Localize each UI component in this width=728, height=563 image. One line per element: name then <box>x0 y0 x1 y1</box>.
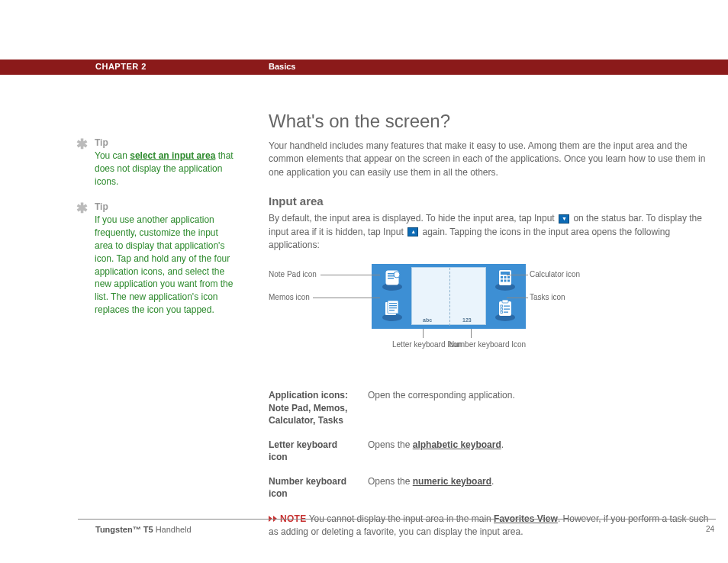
footer-product-rest: Handheld <box>153 525 192 534</box>
input-area-box: abc 123 <box>372 264 526 329</box>
main-content: What's on the screen? Your handheld incl… <box>269 111 715 539</box>
svg-rect-4 <box>388 278 394 279</box>
note-row: NOTE You cannot display the input area i… <box>269 513 715 539</box>
tip-block: ✱ Tip If you use another application fre… <box>76 201 238 316</box>
svg-rect-17 <box>501 276 503 278</box>
tip-text-pre: You can <box>95 150 130 161</box>
callout-tasks: Tasks icon <box>530 293 565 301</box>
callout-letter-kb: Letter keyboard Icon <box>392 340 453 349</box>
svg-rect-29 <box>504 309 510 310</box>
def-term: Number keyboard icon <box>269 475 368 500</box>
tip-label: Tip <box>95 201 238 212</box>
definition-row: Letter keyboard icon Opens the alphabeti… <box>269 439 715 463</box>
svg-point-5 <box>394 272 400 278</box>
def-desc: Open the corresponding application. <box>368 389 715 426</box>
svg-rect-9 <box>388 301 398 314</box>
input-toggle-up-icon <box>407 227 418 236</box>
callout-line <box>507 275 528 275</box>
text-fragment: Opens the <box>368 476 413 487</box>
section-label: Basics <box>269 62 295 71</box>
callout-line <box>321 275 380 275</box>
svg-rect-27 <box>504 306 510 307</box>
svg-rect-10 <box>389 303 397 304</box>
chapter-header-bar: CHAPTER 2 Basics <box>0 60 728 75</box>
writing-divider <box>449 268 450 326</box>
section-subtitle: Input area <box>269 195 715 208</box>
svg-rect-12 <box>389 307 397 308</box>
svg-rect-21 <box>504 280 507 282</box>
tip-text: You can select an input area that does n… <box>95 150 238 188</box>
footer-product: Tungsten™ T5 Handheld <box>95 525 192 534</box>
link-alphabetic-keyboard[interactable]: alphabetic keyboard <box>413 439 501 450</box>
def-term: Application icons: Note Pad, Memos, Calc… <box>269 389 368 426</box>
callout-line <box>471 329 472 338</box>
callout-notepad: Note Pad icon <box>269 270 317 278</box>
callout-memos: Memos icon <box>269 293 310 301</box>
definition-row: Number keyboard icon Opens the numeric k… <box>269 475 715 500</box>
notepad-icon <box>381 269 404 291</box>
page-title: What's on the screen? <box>269 111 715 132</box>
text-fragment: . <box>491 476 494 487</box>
footer-page-number: 24 <box>706 525 714 533</box>
svg-rect-11 <box>389 305 397 306</box>
input-area-diagram: abc 123 Note Pad icon Memos icon Calcula… <box>269 264 696 371</box>
input-area-paragraph: By default, the input area is displayed.… <box>269 212 715 252</box>
svg-line-6 <box>399 277 401 279</box>
tasks-icon <box>494 299 517 322</box>
def-desc: Opens the numeric keyboard. <box>368 475 715 500</box>
tip-link-select-input-area[interactable]: select an input area <box>130 150 215 161</box>
text-fragment: . <box>501 439 504 450</box>
callout-line <box>423 329 424 338</box>
callout-calculator: Calculator icon <box>530 270 580 278</box>
svg-rect-25 <box>502 300 508 303</box>
definition-row: Application icons: Note Pad, Memos, Calc… <box>269 389 715 426</box>
num-label: 123 <box>462 317 472 323</box>
callout-number-kb: Number keyboard Icon <box>449 340 525 349</box>
link-numeric-keyboard[interactable]: numeric keyboard <box>413 476 491 487</box>
abc-label: abc <box>423 317 432 323</box>
text-fragment: Opens the <box>368 439 413 450</box>
svg-rect-20 <box>501 280 503 282</box>
input-toggle-down-icon <box>559 214 569 224</box>
callout-line <box>507 298 528 298</box>
calculator-icon <box>494 269 517 291</box>
svg-rect-13 <box>389 310 395 310</box>
tip-block: ✱ Tip You can select an input area that … <box>76 137 238 188</box>
writing-area: abc 123 <box>411 267 486 325</box>
svg-rect-22 <box>507 280 510 282</box>
svg-rect-18 <box>504 276 507 278</box>
asterisk-icon: ✱ <box>76 136 88 153</box>
intro-paragraph: Your handheld includes many features tha… <box>269 140 715 179</box>
def-term: Letter keyboard icon <box>269 439 368 463</box>
svg-rect-19 <box>507 276 510 278</box>
footer-product-name: Tungsten™ T5 <box>95 525 153 534</box>
asterisk-icon: ✱ <box>76 200 88 217</box>
footer-rule <box>78 519 716 520</box>
svg-rect-31 <box>504 312 508 313</box>
sidebar: ✱ Tip You can select an input area that … <box>76 137 238 330</box>
callout-line <box>313 298 380 298</box>
memos-icon <box>381 299 404 322</box>
text-fragment: By default, the input area is displayed.… <box>269 213 557 224</box>
def-desc: Opens the alphabetic keyboard. <box>368 439 715 463</box>
tip-text: If you use another application frequentl… <box>95 214 238 316</box>
tip-label: Tip <box>95 137 238 148</box>
chapter-label: CHAPTER 2 <box>95 62 147 71</box>
